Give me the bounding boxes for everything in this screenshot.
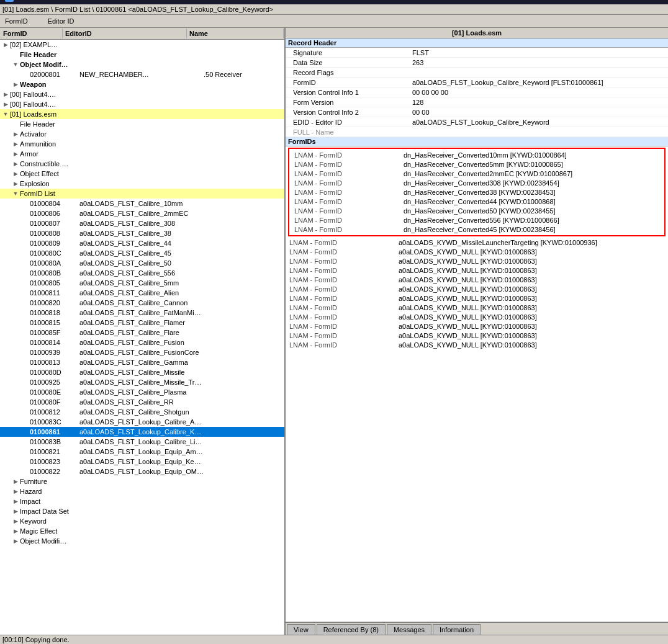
tree-item[interactable]: 01000808a0aLOADS_FLST_Calibre_38 — [0, 228, 284, 238]
tree-item[interactable]: 0100080Fa0aLOADS_FLST_Calibre_RR — [0, 397, 284, 407]
tab-referenced-by[interactable]: Referenced By (8) — [317, 624, 386, 635]
tree-item[interactable]: 0100080Ba0aLOADS_FLST_Calibre_556 — [0, 268, 284, 278]
tree-item[interactable]: 0100080Aa0aLOADS_FLST_Calibre_50 — [0, 258, 284, 268]
tree-item[interactable]: 01000813a0aLOADS_FLST_Calibre_Gamma — [0, 357, 284, 367]
tab-information[interactable]: Information — [433, 624, 481, 635]
tree-toggle-icon[interactable]: ▶ — [11, 150, 20, 158]
tree-item[interactable]: ▼FormID List — [0, 189, 284, 199]
tree-item[interactable]: 01000939a0aLOADS_FLST_Calibre_FusionCore — [0, 347, 284, 357]
cell-editorid: a0aLOADS_FLST_Lookup_Equip_OMOD — [79, 468, 204, 475]
tree-toggle-icon[interactable]: ▶ — [11, 487, 20, 496]
tree-toggle-icon[interactable]: ▶ — [11, 517, 20, 525]
formid-row-value: a0aLOADS_KYWD_NULL [KYWD:01000863] — [399, 323, 537, 330]
tree-item[interactable]: ▶Keyword — [0, 516, 284, 526]
cell-editorid: a0aLOADS_FLST_Lookup_Calibre_Keyw... — [79, 428, 204, 436]
tree-toggle-icon[interactable]: ▶ — [1, 90, 10, 99]
tree-item[interactable]: 0100080Ca0aLOADS_FLST_Calibre_45 — [0, 248, 284, 258]
formid-row-key: LNAM - FormID — [292, 179, 404, 187]
tree-item[interactable]: 01000861a0aLOADS_FLST_Lookup_Calibre_Key… — [0, 427, 284, 437]
tree-toggle-icon[interactable]: ▶ — [11, 477, 20, 486]
tree-item[interactable]: ▶Impact Data Set — [0, 506, 284, 516]
tree-item[interactable]: 01000804a0aLOADS_FLST_Calibre_10mm — [0, 199, 284, 208]
tree-item[interactable]: 0100080Da0aLOADS_FLST_Calibre_Missile — [0, 367, 284, 377]
tab-view[interactable]: View — [287, 624, 315, 635]
tree-item[interactable]: 01000809a0aLOADS_FLST_Calibre_44 — [0, 238, 284, 248]
tree-toggle-icon — [21, 318, 30, 327]
tree-item[interactable]: ▼[01] Loads.esm — [0, 109, 284, 119]
tree-item[interactable]: ▶[02] EXAMPLE.esp — [0, 40, 284, 50]
tree-toggle-icon[interactable]: ▼ — [11, 60, 20, 69]
tree-item[interactable]: ▶Magic Effect — [0, 526, 284, 536]
tree-toggle-icon[interactable]: ▶ — [11, 169, 20, 178]
tree-item[interactable]: 01000822a0aLOADS_FLST_Lookup_Equip_OMOD — [0, 467, 284, 476]
tree-toggle-icon[interactable]: ▶ — [11, 159, 20, 168]
tree-item[interactable]: ▶Weapon — [0, 79, 284, 89]
tree-item[interactable]: 01000815a0aLOADS_FLST_Calibre_Flamer — [0, 318, 284, 328]
edid-row: EDID - Editor ID a0aLOADS_FLST_Lookup_Ca… — [286, 117, 668, 127]
tree-item[interactable]: 01000805a0aLOADS_FLST_Calibre_5mm — [0, 278, 284, 288]
tree-item[interactable]: ▶Constructible Object — [0, 159, 284, 169]
tree-toggle-icon — [21, 358, 30, 367]
tree-item[interactable]: 01000818a0aLOADS_FLST_Calibre_FatManMini… — [0, 308, 284, 318]
tree-toggle-icon[interactable]: ▶ — [11, 179, 20, 188]
tree-item[interactable]: ▶Object Effect — [0, 169, 284, 179]
tree-item[interactable]: ▶Ammunition — [0, 139, 284, 149]
tree-item[interactable]: 01000806a0aLOADS_FLST_Calibre_2mmEC — [0, 208, 284, 218]
tree-item[interactable]: ▶Activator — [0, 129, 284, 139]
edid-value: a0aLOADS_FLST_Lookup_Calibre_Keyword — [412, 119, 666, 126]
formid-row: LNAM - FormIDdn_HasReceiver_Converted5mm… — [291, 159, 663, 169]
tree-toggle-icon — [21, 338, 30, 347]
tree-item[interactable]: 01000811a0aLOADS_FLST_Calibre_Alien — [0, 288, 284, 298]
tree-toggle-icon[interactable]: ▶ — [11, 140, 20, 148]
record-area[interactable]: Record Header SignatureFLSTData Size263R… — [286, 38, 668, 622]
tree-toggle-icon — [21, 209, 30, 218]
tree-item[interactable]: ▶Object Modification — [0, 536, 284, 546]
cell-formid: Ammunition — [20, 140, 70, 148]
tree-item[interactable]: 0100083Ba0aLOADS_FLST_Lookup_Calibre_Lis… — [0, 437, 284, 447]
cell-editorid: a0aLOADS_FLST_Calibre_FusionCore — [79, 349, 204, 356]
tree-toggle-icon[interactable]: ▶ — [11, 130, 20, 138]
formid-row-key: LNAM - FormID — [287, 332, 399, 339]
tree-item[interactable]: 0100085Fa0aLOADS_FLST_Calibre_Flare — [0, 328, 284, 338]
tree-item[interactable]: 0100080Ea0aLOADS_FLST_Calibre_Plasma — [0, 387, 284, 397]
tree-item[interactable]: 01000820a0aLOADS_FLST_Calibre_Cannon — [0, 298, 284, 308]
tree-item[interactable]: 01000807a0aLOADS_FLST_Calibre_308 — [0, 218, 284, 228]
tree-toggle-icon[interactable]: ▶ — [11, 507, 20, 516]
tree-toggle-icon[interactable]: ▶ — [11, 497, 20, 506]
tree-toggle-icon[interactable]: ▶ — [1, 100, 10, 109]
record-field-value: 263 — [412, 59, 666, 66]
tree-toggle-icon[interactable]: ▼ — [1, 110, 10, 119]
tree-area[interactable]: ▶[02] EXAMPLE.esp File Header▼Object Mod… — [0, 40, 284, 635]
tree-toggle-icon[interactable]: ▶ — [11, 80, 20, 89]
tree-item[interactable]: 01000823a0aLOADS_FLST_Lookup_Equip_Keywo… — [0, 457, 284, 467]
tree-item[interactable]: ▶[00] Fallout4.exe — [0, 99, 284, 109]
tree-item[interactable]: ▶Furniture — [0, 476, 284, 486]
cell-formid: 0100083B — [30, 438, 79, 445]
tree-item[interactable]: ▶[00] Fallout4.esm — [0, 89, 284, 99]
cell-editorid: a0aLOADS_FLST_Calibre_Flare — [79, 329, 204, 336]
tree-item[interactable]: 02000801NEW_RECHAMBER....50 Receiver — [0, 69, 284, 79]
formid-row-value: dn_HasReceiver_Converted10mm [KYWD:01000… — [404, 151, 567, 159]
tree-toggle-icon[interactable]: ▶ — [11, 537, 20, 545]
tree-item[interactable]: ▶Hazard — [0, 486, 284, 496]
tree-item[interactable]: File Header — [0, 119, 284, 129]
tree-item[interactable]: ▶Explosion — [0, 179, 284, 189]
tree-item[interactable]: ▶Armor — [0, 149, 284, 159]
tree-toggle-icon[interactable]: ▶ — [1, 40, 10, 49]
cell-formid: File Header — [20, 120, 70, 128]
tree-toggle-icon[interactable]: ▼ — [11, 189, 20, 198]
tab-messages[interactable]: Messages — [387, 624, 431, 635]
tree-item[interactable]: 0100083Ca0aLOADS_FLST_Lookup_Calibre_Amm… — [0, 417, 284, 427]
tree-item[interactable]: File Header — [0, 50, 284, 60]
tree-item[interactable]: 01000821a0aLOADS_FLST_Lookup_Equip_Ammo — [0, 447, 284, 457]
app-title: FO4Edit 3.1.3 EXPERIMENTAL — [17, 0, 114, 1]
cell-formid: Impact Data Set — [20, 508, 70, 515]
tree-toggle-icon[interactable]: ▶ — [11, 527, 20, 535]
cell-formid: 0100080D — [30, 369, 79, 376]
cell-formid: 01000807 — [30, 220, 79, 227]
tree-item[interactable]: 01000812a0aLOADS_FLST_Calibre_Shotgun — [0, 407, 284, 417]
tree-item[interactable]: ▼Object Modification — [0, 60, 284, 69]
tree-item[interactable]: ▶Impact — [0, 496, 284, 506]
tree-item[interactable]: 01000814a0aLOADS_FLST_Calibre_Fusion — [0, 338, 284, 347]
tree-item[interactable]: 01000925a0aLOADS_FLST_Calibre_Missile_Tr… — [0, 377, 284, 387]
